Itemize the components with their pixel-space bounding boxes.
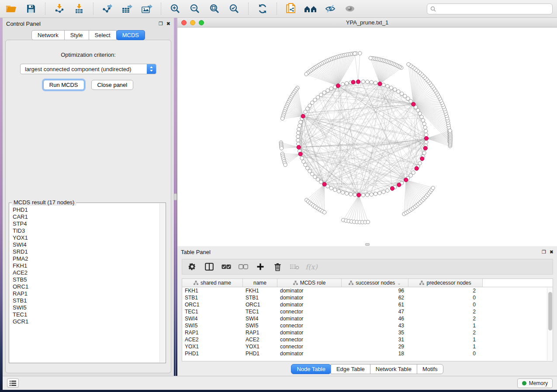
table-row[interactable]: ACE2ACE2connector311 xyxy=(182,336,553,343)
network-node[interactable] xyxy=(397,89,400,93)
network-node[interactable] xyxy=(421,118,425,122)
show-all-eye-icon[interactable] xyxy=(343,2,357,15)
cell-MCDS-role[interactable]: connector xyxy=(277,336,342,343)
cell-name[interactable]: STB1 xyxy=(243,294,277,301)
network-node[interactable] xyxy=(389,86,393,89)
mcds-result-item[interactable]: GCR1 xyxy=(13,318,159,325)
network-node[interactable] xyxy=(326,89,329,92)
network-hub-node[interactable] xyxy=(415,166,419,170)
cell-MCDS-role[interactable]: connector xyxy=(277,308,342,315)
network-hub-node[interactable] xyxy=(390,186,394,190)
first-neighbors-icon[interactable] xyxy=(304,2,318,15)
network-node[interactable] xyxy=(358,52,362,55)
table-row[interactable]: PHD1PHD1dominator180 xyxy=(182,350,553,357)
network-node[interactable] xyxy=(422,151,426,155)
criterion-dropdown[interactable]: largest connected component (undirected) xyxy=(20,64,156,74)
table-row[interactable]: ORC1ORC1dominator610 xyxy=(182,301,553,308)
tab-select[interactable]: Select xyxy=(89,30,117,40)
mcds-result-scrollbar[interactable] xyxy=(159,203,165,362)
hide-selected-eye-icon[interactable] xyxy=(323,2,337,15)
network-node[interactable] xyxy=(349,193,353,196)
zoom-in-icon[interactable] xyxy=(168,2,182,15)
cell-name[interactable]: TEC1 xyxy=(243,308,277,315)
float-panel-icon[interactable]: ❐ xyxy=(542,250,546,254)
network-node[interactable] xyxy=(423,126,427,129)
network-node[interactable] xyxy=(420,115,423,119)
mcds-result-item[interactable]: RAP1 xyxy=(13,290,159,297)
cell-MCDS-role[interactable]: dominator xyxy=(277,294,342,301)
network-node[interactable] xyxy=(298,124,301,127)
network-node[interactable] xyxy=(297,127,301,131)
network-node[interactable] xyxy=(424,140,428,144)
table-row[interactable]: YOX1YOX1connector291 xyxy=(182,343,553,350)
network-node[interactable] xyxy=(345,192,348,195)
network-hub-node[interactable] xyxy=(336,84,340,88)
column-header-name[interactable]: name xyxy=(243,279,277,287)
network-node[interactable] xyxy=(370,193,373,196)
network-hub-node[interactable] xyxy=(412,102,415,106)
network-node[interactable] xyxy=(302,160,305,163)
table-row[interactable]: STB1STB1dominator620 xyxy=(182,294,553,301)
network-node[interactable] xyxy=(370,80,373,84)
mcds-result-item[interactable]: PMA2 xyxy=(13,255,159,262)
export-image-icon[interactable] xyxy=(140,2,154,15)
mcds-result-item[interactable]: SWI5 xyxy=(13,304,159,311)
export-table-icon[interactable] xyxy=(120,2,134,15)
cell-successor-nodes[interactable]: 18 xyxy=(342,350,408,357)
zoom-fit-icon[interactable] xyxy=(208,2,221,15)
network-node[interactable] xyxy=(407,62,410,66)
export-network-icon[interactable] xyxy=(100,2,114,15)
cell-shared-name[interactable]: FKH1 xyxy=(182,287,243,294)
network-node[interactable] xyxy=(296,131,300,134)
cell-predecessor-nodes[interactable]: 2 xyxy=(408,315,483,322)
network-node[interactable] xyxy=(448,129,452,132)
float-panel-icon[interactable]: ❐ xyxy=(159,21,163,26)
mcds-result-item[interactable]: TID3 xyxy=(13,227,159,234)
cell-successor-nodes[interactable]: 96 xyxy=(342,287,408,294)
mcds-result-item[interactable]: ORC1 xyxy=(13,283,159,290)
cell-predecessor-nodes[interactable]: 2 xyxy=(408,329,483,336)
network-hub-node[interactable] xyxy=(301,114,305,118)
network-node[interactable] xyxy=(406,97,410,100)
cell-MCDS-role[interactable]: dominator xyxy=(277,301,342,308)
mcds-result-item[interactable]: STB1 xyxy=(13,297,159,304)
minimize-window-icon[interactable] xyxy=(190,20,195,25)
cell-predecessor-nodes[interactable]: 1 xyxy=(408,322,483,329)
network-node[interactable] xyxy=(409,174,412,177)
network-node[interactable] xyxy=(366,80,369,83)
network-node[interactable] xyxy=(378,191,381,195)
network-node[interactable] xyxy=(337,189,340,193)
open-file-icon[interactable] xyxy=(4,2,18,15)
network-node[interactable] xyxy=(386,84,389,88)
network-node[interactable] xyxy=(361,80,365,83)
table-settings-gear-icon[interactable] xyxy=(187,261,197,272)
cell-successor-nodes[interactable]: 29 xyxy=(342,343,408,350)
cell-name[interactable]: ORC1 xyxy=(243,301,277,308)
task-history-button[interactable] xyxy=(7,378,19,388)
network-node[interactable] xyxy=(424,133,428,136)
network-node[interactable] xyxy=(299,120,302,124)
network-node[interactable] xyxy=(313,175,317,179)
network-node[interactable] xyxy=(304,110,307,113)
network-hub-node[interactable] xyxy=(297,145,301,149)
mcds-result-item[interactable]: TEC1 xyxy=(13,311,159,318)
network-node[interactable] xyxy=(403,94,407,98)
network-node[interactable] xyxy=(322,91,326,94)
mcds-result-item[interactable]: ACE2 xyxy=(13,269,159,276)
network-node[interactable] xyxy=(323,210,326,214)
select-all-icon[interactable] xyxy=(221,261,231,272)
network-node[interactable] xyxy=(304,163,307,167)
maximize-window-icon[interactable] xyxy=(199,20,204,25)
delete-column-icon[interactable] xyxy=(273,261,282,272)
cell-successor-nodes[interactable]: 47 xyxy=(342,308,408,315)
share-network-file-icon[interactable] xyxy=(284,2,298,15)
tab-node-table[interactable]: Node Table xyxy=(291,364,331,374)
cell-shared-name[interactable]: ACE2 xyxy=(182,336,243,343)
mcds-result-item[interactable]: FKH1 xyxy=(13,262,159,269)
column-browser-icon[interactable] xyxy=(204,261,214,272)
network-node[interactable] xyxy=(333,188,337,192)
network-node[interactable] xyxy=(308,169,311,173)
cell-shared-name[interactable]: TEC1 xyxy=(182,308,243,315)
network-node[interactable] xyxy=(431,186,435,189)
close-window-icon[interactable] xyxy=(181,20,187,25)
